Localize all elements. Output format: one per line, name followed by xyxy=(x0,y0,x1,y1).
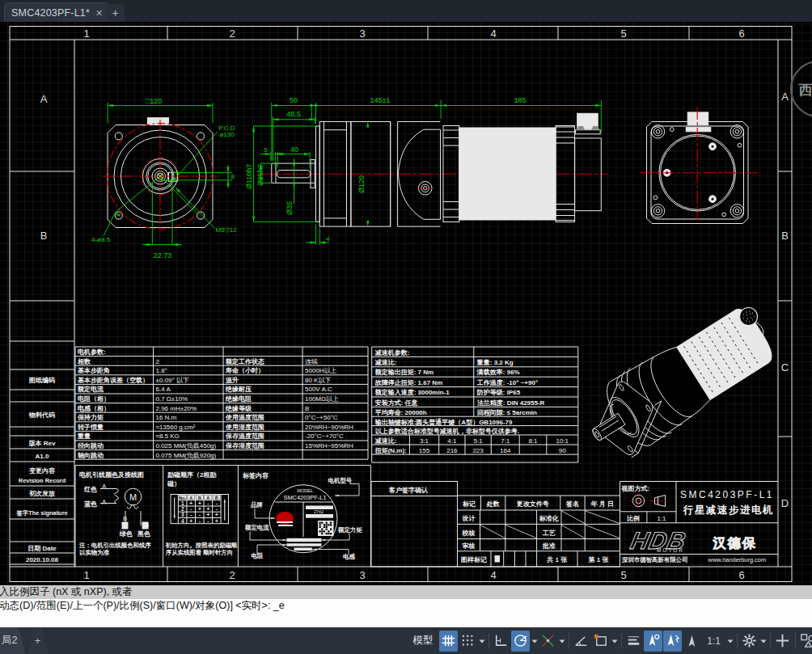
side-dim-5: 5 xyxy=(264,146,268,154)
motor-table-cell: 0.075 MM(负载920g) xyxy=(156,452,217,459)
settings-gear-icon[interactable] xyxy=(740,631,759,652)
command-input-line[interactable]: 动态(D)/范围(E)/上一个(P)/比例(S)/窗口(W)/对象(O)] <实… xyxy=(0,599,812,627)
hdb-motor: MOTOR xyxy=(657,547,684,553)
reducer-table-right-cell: 重量: 3.2 Kg xyxy=(476,359,514,366)
reducer-table-right-cell: 满载效率: 96% xyxy=(476,368,520,376)
title-block-r1: 处数 xyxy=(486,500,501,508)
file-tab-bar: SMC4203PF-L1* ✕ + xyxy=(0,0,812,22)
zone-row-label-right: B xyxy=(781,230,789,242)
dropdown-caret-icon[interactable] xyxy=(531,632,539,650)
rev-version-label: 版本 Rev xyxy=(28,440,56,447)
reducer-ratio-value: 8:1 xyxy=(528,437,538,445)
label-bar xyxy=(287,543,322,546)
angle-icon[interactable] xyxy=(572,631,590,652)
wiring-b: B xyxy=(123,515,127,522)
reducer-ratio-value: 5:1 xyxy=(474,437,484,445)
snap-mode-icon[interactable] xyxy=(459,631,477,652)
snap-reference-icon[interactable] xyxy=(663,631,682,652)
title-block-r1: 年 月 日 xyxy=(590,500,614,508)
motor-table-cell: 基本步距角误差（空载） xyxy=(77,376,149,384)
statusbar-separator xyxy=(621,633,622,649)
tb-approve: 批准 xyxy=(542,542,556,550)
layout-tab[interactable]: 局2 xyxy=(0,627,25,654)
new-layout-tab-button[interactable]: + xyxy=(27,627,48,654)
side-dim-4: 4 xyxy=(326,235,330,243)
lineweight-icon[interactable] xyxy=(624,631,643,652)
reducer-table-left-cell: 平均寿命: 20000h xyxy=(374,409,427,416)
side-dim-120: Ø120 xyxy=(357,175,366,193)
excitation-value: + xyxy=(206,512,209,517)
reducer-table-right-cell: 防护等级: IP65 xyxy=(477,389,521,396)
rear-connector xyxy=(687,112,708,125)
zone-col-label-bottom: 2 xyxy=(229,569,235,581)
reducer-torque-value: 155 xyxy=(419,447,430,454)
motor-table-cell: 转子惯量 xyxy=(77,424,104,431)
title-block-r1: 标记 xyxy=(462,500,476,508)
excitation-value: - xyxy=(207,500,209,506)
motor-table-cell: 使用温度范围 xyxy=(225,413,264,421)
wiring-abar: Ā xyxy=(102,499,107,506)
file-tab[interactable]: SMC4203PF-L1* ✕ xyxy=(4,2,110,23)
motor-table-cell: 连续 xyxy=(305,358,318,365)
label-rated-current: 额定电流 xyxy=(244,524,269,531)
motor-table-cell: 相数 xyxy=(77,358,91,365)
reducer-ratio-value: 3:1 xyxy=(420,437,429,445)
reducer-table-right-cell: 回程间隙: ≤ 5arcmin xyxy=(477,409,537,416)
dropdown-caret-icon[interactable] xyxy=(478,632,486,650)
front-dim-pcd2: ø130 xyxy=(219,131,235,138)
dropdown-caret-icon[interactable] xyxy=(759,632,768,650)
motor-table-cell: 电感（相） xyxy=(78,405,110,412)
ortho-mode-icon[interactable] xyxy=(492,631,510,652)
reducer-table-left-cell: 额定输入速度: 3000min-1 xyxy=(374,388,450,396)
selection-cycling-icon[interactable] xyxy=(683,631,701,652)
label-bar xyxy=(306,514,333,518)
model-space-button[interactable]: 模型 xyxy=(410,631,437,652)
excitation-value: 2 xyxy=(181,506,184,512)
reducer-table-right-cell: 工作温度: -10° ~+90° xyxy=(476,378,538,386)
side-dim-485: 48.5 xyxy=(286,110,301,118)
side-dim-50: 50 xyxy=(290,96,298,104)
motor-table-cell: 80 K以下 xyxy=(305,377,331,384)
rear-assembly-screw-center xyxy=(711,197,714,200)
side-dim-110: Ø110h7 xyxy=(245,164,253,189)
tb-check: 校核 xyxy=(462,530,476,537)
label-bar xyxy=(287,538,322,542)
reducer-ratio-value: 7:1 xyxy=(501,437,510,445)
annotation-scale-button[interactable]: 1:1 xyxy=(702,631,725,652)
tb-sheet-no: 第 1 张 xyxy=(588,556,610,563)
reducer-table-note1: 输出轴键标准:圆头普通平键（A型）GB1096-79 xyxy=(374,418,513,426)
zone-row-label-left: A xyxy=(40,93,48,105)
tb-mark: 图样标记 xyxy=(461,556,487,563)
statusbar-separator xyxy=(770,633,771,649)
customization-plus-icon[interactable] xyxy=(773,631,792,652)
file-tab-close-icon[interactable]: ✕ xyxy=(95,8,103,19)
dropdown-caret-icon[interactable] xyxy=(611,632,619,650)
object-snap-tracking-icon[interactable] xyxy=(539,631,557,652)
motor-table-cell: 15%RH~95%RH xyxy=(305,442,353,449)
excitation-header: B̄ xyxy=(215,496,218,500)
motor-table-cell: 6.4 A xyxy=(156,386,171,393)
isolate-objects-icon[interactable] xyxy=(798,631,812,652)
dynamic-input-icon[interactable] xyxy=(591,631,610,652)
object-snap-icon[interactable] xyxy=(644,631,662,652)
grid-display-icon[interactable] xyxy=(439,631,458,652)
side-dim-25: Ø25h7 xyxy=(256,164,264,186)
zone-col-label-bottom: 4 xyxy=(490,569,496,581)
polar-tracking-icon[interactable] xyxy=(511,631,530,652)
iso-connector-cap xyxy=(740,308,758,326)
excitation-value: - xyxy=(199,512,201,517)
reducer-ratio-value: 10:1 xyxy=(556,437,569,445)
tb-process: 工艺 xyxy=(542,530,556,537)
excitation-value: - xyxy=(216,500,218,506)
motor-table-cell: 2.96 mH±20% xyxy=(156,405,197,412)
motor-table-cell: 100MΩ以上 xyxy=(305,395,339,403)
dropdown-caret-icon[interactable] xyxy=(726,632,734,650)
front-dim-holes: 4-ø8.5 xyxy=(91,236,111,243)
drawing-canvas[interactable]: 112233445566ABCDAB西□120P.C.Dø1304-ø8.5M5… xyxy=(0,22,812,585)
excitation-value: 3 xyxy=(181,512,184,517)
wiring-blue: 蓝色 xyxy=(84,500,97,508)
dropdown-caret-icon[interactable] xyxy=(558,632,566,650)
motor-table-cell: 0°C~+50°C xyxy=(305,414,338,421)
command-prompt-text: 动态(D)/范围(E)/上一个(P)/比例(S)/窗口(W)/对象(O)] <实… xyxy=(0,599,285,613)
new-file-tab-button[interactable]: + xyxy=(106,4,125,22)
